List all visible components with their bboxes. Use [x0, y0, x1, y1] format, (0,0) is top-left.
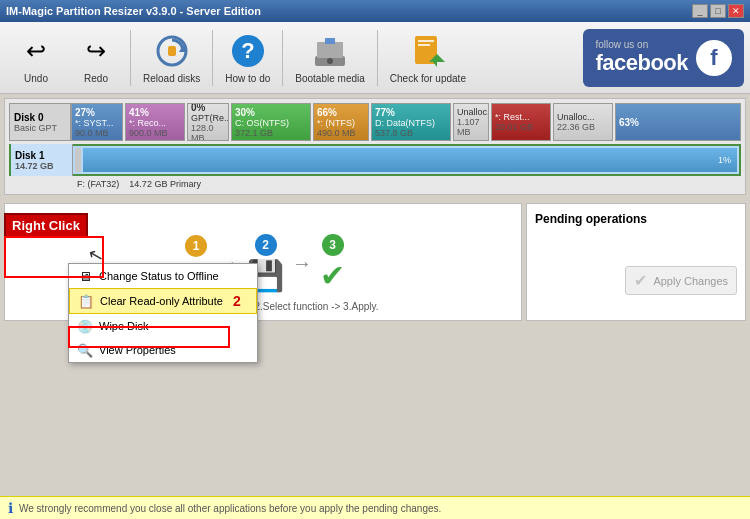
- offline-icon: 🖥: [77, 268, 93, 284]
- redo-button[interactable]: ↪ Redo: [66, 27, 126, 88]
- context-menu-item-offline[interactable]: 🖥 Change Status to Offline: [69, 264, 257, 288]
- undo-icon: ↩: [16, 31, 56, 71]
- partition-1[interactable]: 41% *: Reco... 900.0 MB: [125, 103, 185, 141]
- disk0-name: Disk 0: [14, 112, 66, 123]
- partition-0[interactable]: 27% *: SYST... 90.0 MB: [71, 103, 123, 141]
- toolbar-divider-2: [212, 30, 213, 86]
- step-1-badge: 1: [185, 235, 207, 257]
- bootable-icon: [310, 31, 350, 71]
- facebook-banner[interactable]: follow us on facebook f: [583, 29, 744, 87]
- disk0-row: Disk 0 Basic GPT 27% *: SYST... 90.0 MB …: [9, 103, 741, 141]
- disk1-label: Disk 1 14.72 GB: [11, 144, 73, 176]
- right-click-label: Right Click: [4, 213, 88, 238]
- close-button[interactable]: ✕: [728, 4, 744, 18]
- facebook-icon: f: [696, 40, 732, 76]
- svg-point-7: [327, 58, 333, 64]
- disk1-size: 14.72 GB: [15, 161, 68, 171]
- readonly-icon: 📋: [78, 293, 94, 309]
- toolbar-divider-3: [282, 30, 283, 86]
- undo-button[interactable]: ↩ Undo: [6, 27, 66, 88]
- disk0-partitions: 27% *: SYST... 90.0 MB 41% *: Reco... 90…: [71, 103, 741, 141]
- redo-label: Redo: [84, 73, 108, 84]
- wipe-icon: 💿: [77, 318, 93, 334]
- toolbar: ↩ Undo ↪ Redo Reload disks ? How to do: [0, 22, 750, 94]
- disk1-row[interactable]: Disk 1 14.72 GB 1%: [9, 144, 741, 176]
- pending-box: Pending operations ✔ Apply Changes: [526, 203, 746, 321]
- status-message: We strongly recommend you close all othe…: [19, 503, 441, 514]
- disk0-sublabel: Basic GPT: [14, 123, 66, 133]
- disk1-info: F: (FAT32) 14.72 GB Primary: [9, 178, 741, 190]
- disk-area: Disk 0 Basic GPT 27% *: SYST... 90.0 MB …: [4, 98, 746, 195]
- partition-5[interactable]: 77% D: Data(NTFS) 537.8 GB: [371, 103, 451, 141]
- steps-title: Steps: [13, 212, 513, 226]
- svg-text:?: ?: [241, 38, 254, 63]
- partition-6[interactable]: Unalloc... 1.107 MB: [453, 103, 489, 141]
- info-icon: ℹ: [8, 500, 13, 516]
- svg-rect-11: [418, 44, 430, 46]
- context-menu-item-wipe[interactable]: 💿 Wipe Disk: [69, 314, 257, 338]
- step-arrow-2: →: [292, 252, 312, 275]
- svg-rect-10: [418, 40, 434, 42]
- context-menu-item-properties[interactable]: 🔍 View Properties: [69, 338, 257, 362]
- reload-disks-button[interactable]: Reload disks: [135, 27, 208, 88]
- pending-title: Pending operations: [535, 212, 737, 226]
- partition-9[interactable]: 63%: [615, 103, 741, 141]
- step-3-icon: ✔: [320, 258, 345, 293]
- context-menu-offline-label: Change Status to Offline: [99, 270, 219, 282]
- disk1-name: Disk 1: [15, 150, 68, 161]
- context-menu-wipe-label: Wipe Disk: [99, 320, 149, 332]
- update-label: Check for update: [390, 73, 466, 84]
- apply-label: Apply Changes: [653, 275, 728, 287]
- howto-icon: ?: [228, 31, 268, 71]
- reload-label: Reload disks: [143, 73, 200, 84]
- partition-2[interactable]: 0% GPT(Re... 128.0 MB: [187, 103, 229, 141]
- update-button[interactable]: Check for update: [382, 27, 474, 88]
- apply-changes-button[interactable]: ✔ Apply Changes: [625, 266, 737, 295]
- partition-8[interactable]: Unalloc... 22.36 GB: [553, 103, 613, 141]
- main-content: Disk 0 Basic GPT 27% *: SYST... 90.0 MB …: [0, 98, 750, 321]
- facebook-name-text: facebook: [595, 50, 688, 76]
- context-menu: 🖥 Change Status to Offline 📋 Clear Read-…: [68, 263, 258, 363]
- disk1-partition-bar[interactable]: 1%: [83, 148, 737, 172]
- partition-3[interactable]: 30% C: OS(NTFS) 372.1 GB: [231, 103, 311, 141]
- context-menu-readonly-label: Clear Read-only Attribute: [100, 295, 223, 307]
- partition-7[interactable]: *: Rest... 20.01 GB: [491, 103, 551, 141]
- disk1-unalloc-small: [75, 148, 81, 172]
- titlebar: IM-Magic Partition Resizer v3.9.0 - Serv…: [0, 0, 750, 22]
- bootable-button[interactable]: Bootable media: [287, 27, 373, 88]
- update-icon: [408, 31, 448, 71]
- window-title: IM-Magic Partition Resizer v3.9.0 - Serv…: [6, 5, 261, 17]
- howto-button[interactable]: ? How to do: [217, 27, 278, 88]
- svg-rect-6: [317, 42, 343, 58]
- howto-label: How to do: [225, 73, 270, 84]
- maximize-button[interactable]: □: [710, 4, 726, 18]
- disk1-partition-detail: 14.72 GB Primary: [129, 179, 201, 189]
- disk1-partition-name: F: (FAT32): [77, 179, 119, 189]
- toolbar-divider-1: [130, 30, 131, 86]
- bootable-label: Bootable media: [295, 73, 365, 84]
- step-2-badge: 2: [255, 234, 277, 256]
- svg-rect-8: [325, 38, 335, 44]
- context-menu-item-readonly[interactable]: 📋 Clear Read-only Attribute 2: [69, 288, 257, 314]
- window-controls[interactable]: _ □ ✕: [692, 4, 744, 18]
- properties-icon: 🔍: [77, 342, 93, 358]
- redo-icon: ↪: [76, 31, 116, 71]
- facebook-text: follow us on facebook: [595, 39, 688, 76]
- context-menu-properties-label: View Properties: [99, 344, 176, 356]
- partition-4[interactable]: 66% *: (NTFS) 490.0 MB: [313, 103, 369, 141]
- minimize-button[interactable]: _: [692, 4, 708, 18]
- reload-icon: [152, 31, 192, 71]
- svg-rect-2: [168, 46, 176, 56]
- undo-label: Undo: [24, 73, 48, 84]
- apply-icon: ✔: [634, 271, 647, 290]
- facebook-follow-text: follow us on: [595, 39, 688, 50]
- status-bar: ℹ We strongly recommend you close all ot…: [0, 496, 750, 519]
- disk0-label: Disk 0 Basic GPT: [9, 103, 71, 141]
- step-3-badge: 3: [322, 234, 344, 256]
- toolbar-divider-4: [377, 30, 378, 86]
